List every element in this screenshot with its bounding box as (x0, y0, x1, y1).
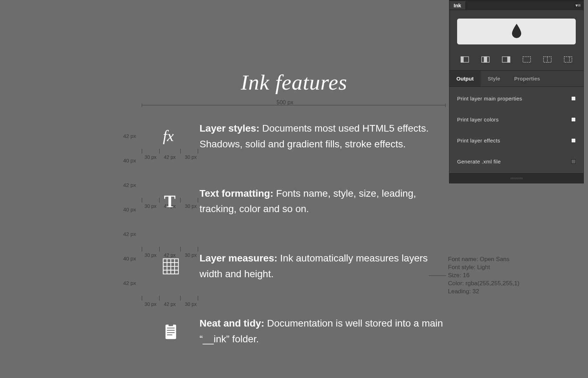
panel-menu-icon[interactable]: ▾≡ (573, 1, 583, 9)
svg-rect-21 (523, 57, 531, 62)
option-label: Print layer main properties (457, 96, 522, 102)
feature-text: Layer styles: Documents most used HTML5 … (200, 121, 446, 152)
svg-rect-16 (461, 57, 463, 62)
feature-text: Layer measures: Ink automatically measur… (200, 251, 446, 282)
tab-style[interactable]: Style (481, 71, 507, 86)
layout-center[interactable] (481, 56, 490, 63)
option-checkbox[interactable] (571, 159, 576, 164)
row-gap-label: 40 px (123, 158, 136, 163)
font-meta-line: Size: 16 (448, 272, 519, 280)
option-checkbox[interactable] (571, 117, 576, 122)
feature-text: Text formatting: Fonts name, style, size… (200, 186, 446, 217)
panel-title-tab[interactable]: Ink (449, 1, 466, 9)
font-meta-annotation: Font name: Open Sans Font style: Light S… (448, 255, 519, 296)
panel-subtabs: Output Style Properties (449, 70, 583, 87)
features-list: fx Layer styles: Documents most used HTM… (142, 121, 446, 378)
layout-split-v[interactable] (542, 56, 552, 63)
ink-drop-icon (511, 24, 522, 40)
option-label: Generate .xml file (457, 159, 501, 164)
row-height-label: 42 px (123, 280, 136, 286)
svg-rect-10 (168, 323, 173, 326)
option-label: Print layer effects (457, 138, 500, 144)
feature-row: Neat and tidy: Documentation is well sto… (142, 316, 446, 347)
row-gap-label: 40 px (123, 206, 136, 212)
row-height-label: 42 px (123, 182, 136, 188)
grid-icon (142, 251, 200, 282)
svg-rect-12 (167, 330, 175, 330)
top-ruler (142, 105, 446, 105)
layout-left[interactable] (460, 56, 470, 63)
option-row: Print layer main properties (449, 88, 583, 109)
font-meta-line: Font name: Open Sans (448, 255, 519, 264)
ink-logo-button[interactable] (457, 19, 576, 44)
layout-split-h[interactable] (522, 56, 532, 63)
svg-rect-13 (167, 332, 175, 333)
option-checkbox[interactable] (571, 96, 576, 101)
option-row: Print layer colors (449, 109, 583, 130)
ink-panel: Ink ▾≡ Output Style Properties Print lay… (449, 0, 584, 183)
option-row: Print layer effects (449, 130, 583, 151)
svg-rect-14 (167, 334, 172, 335)
tab-properties[interactable]: Properties (507, 71, 547, 86)
layout-right[interactable] (501, 56, 511, 63)
canvas: Ink features 500 px 42 px 40 px 42 px 40… (0, 0, 588, 378)
panel-resize-grip[interactable] (449, 173, 583, 183)
svg-rect-24 (564, 57, 572, 62)
row-height-label: 42 px (123, 133, 136, 139)
output-options: Print layer main properties Print layer … (449, 87, 583, 173)
feature-title: Layer styles: (200, 123, 259, 134)
svg-rect-20 (507, 57, 510, 62)
option-checkbox[interactable] (571, 138, 576, 143)
top-ruler-label: 500 px (276, 99, 293, 106)
row-gap-label: 40 px (123, 255, 136, 261)
feature-title: Neat and tidy: (200, 318, 264, 329)
layout-right-split[interactable] (563, 56, 573, 63)
clipboard-icon (142, 316, 200, 347)
svg-rect-11 (167, 328, 175, 328)
option-label: Print layer colors (457, 117, 499, 122)
font-meta-line: Color: rgba(255,255,255,1) (448, 280, 519, 288)
font-meta-line: Font style: Light (448, 264, 519, 272)
option-row: Generate .xml file (449, 151, 583, 172)
svg-text:T: T (164, 192, 175, 210)
font-meta-line: Leading: 32 (448, 288, 519, 296)
fx-icon: fx (142, 121, 200, 152)
svg-rect-18 (484, 57, 487, 62)
panel-tabbar: Ink ▾≡ (449, 0, 583, 10)
feature-row: Layer measures: Ink automatically measur… (142, 251, 446, 282)
row-height-label: 42 px (123, 231, 136, 237)
feature-row: T Text formatting: Fonts name, style, si… (142, 186, 446, 217)
layout-button-row (449, 52, 583, 70)
feature-title: Text formatting: (200, 188, 273, 199)
feature-text: Neat and tidy: Documentation is well sto… (200, 316, 446, 347)
svg-rect-9 (165, 324, 176, 339)
feature-row: fx Layer styles: Documents most used HTM… (142, 121, 446, 152)
svg-text:fx: fx (163, 127, 174, 144)
feature-title: Layer measures: (200, 253, 278, 264)
text-icon: T (142, 186, 200, 217)
tab-output[interactable]: Output (449, 71, 481, 86)
